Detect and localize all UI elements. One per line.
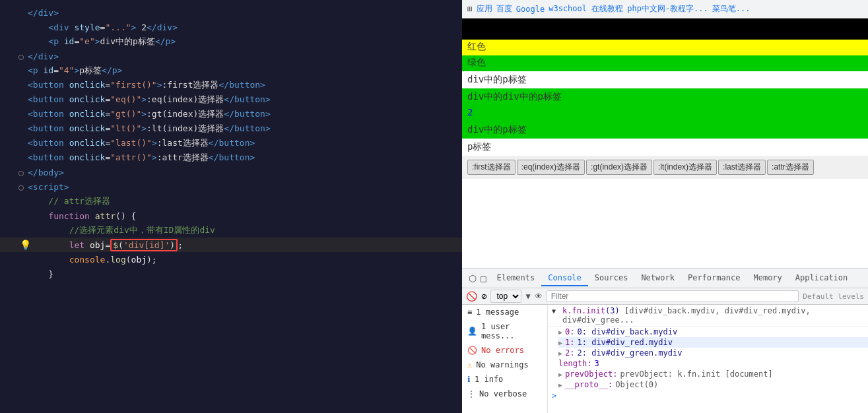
sidebar-no-errors[interactable]: 🚫 No errors	[462, 343, 547, 358]
no-errors-icon: 🚫	[467, 346, 477, 355]
sidebar-label-verbose: No verbose	[479, 389, 527, 398]
green-label: 绿色	[462, 55, 868, 71]
tab-sources[interactable]: Sources	[588, 270, 635, 286]
code-line-3: <p id="e">div中的p标签</p>	[0, 34, 462, 49]
toolbar-link-php[interactable]: php中文网-教程字...	[627, 3, 708, 15]
sidebar-label-info: 1 info	[475, 375, 503, 384]
eye-icon[interactable]: 👁	[535, 292, 543, 301]
list-icon: ≡	[467, 307, 472, 317]
code-line-14: // attr选择器	[0, 194, 462, 208]
code-line-15: function attr() {	[0, 208, 462, 223]
devtools-right-content: ▼ k.fn.init(3) [div#div_back.mydiv, div#…	[548, 305, 868, 413]
default-label: Default levels	[803, 292, 864, 301]
text3: div中的p标签	[462, 121, 868, 139]
console-toolbar: 🚫 ⊘ top ▼ 👁 Default levels	[462, 288, 868, 305]
web-content: 红色 绿色 div中的p标签 div中的div中的p标签 2 div中的p标签 …	[462, 18, 868, 268]
toolbar-link-w3school[interactable]: w3school 在线教程	[549, 3, 623, 15]
code-line-11: <button onclick="attr()">:attr选择器</butto…	[0, 150, 462, 165]
tree-item-2[interactable]: ▶ 2: 2: div#div_green.mydiv	[558, 348, 868, 358]
devtools-panel: ⬡ □ Elements Console Sources Network Per…	[462, 268, 868, 413]
code-line-7: <button onclick="eq()">:eq(index)选择器</bu…	[0, 92, 462, 107]
black-block	[462, 18, 868, 40]
console-main-entry: ▼ k.fn.init(3) [div#div_back.mydiv, div#…	[548, 305, 868, 327]
sidebar-label-1message: 1 message	[476, 307, 519, 317]
console-main-text: k.fn.init(3) [div#div_back.mydiv, div#di…	[562, 306, 864, 325]
last-btn[interactable]: :last选择器	[718, 160, 766, 175]
right-panel: ⊞ 应用 百度 Google w3school 在线教程 php中文网-教程字.…	[462, 0, 868, 413]
user-icon: 👤	[467, 327, 477, 336]
text1: div中的p标签	[462, 71, 868, 88]
toggle-1: ▶	[558, 339, 562, 346]
num2: 2	[462, 106, 868, 121]
console-prompt[interactable]: >	[548, 390, 868, 402]
code-line-6: <button onclick="first()">:first选择器</but…	[0, 78, 462, 92]
lt-btn[interactable]: :lt(index)选择器	[653, 160, 717, 175]
code-line-19: }	[0, 267, 462, 281]
info-icon: ℹ	[467, 375, 471, 384]
tree-length: length: 3	[558, 358, 868, 369]
code-line-8: <button onclick="gt()">:gt(index)选择器</bu…	[0, 107, 462, 121]
context-arrow-icon: ▼	[525, 292, 530, 301]
code-line-1: </div>	[0, 5, 462, 20]
sidebar-1-message[interactable]: ≡ 1 message	[462, 305, 547, 319]
first-btn[interactable]: :first选择器	[467, 160, 516, 175]
tab-memory[interactable]: Memory	[747, 270, 788, 286]
toolbar-link-baidu[interactable]: 百度	[496, 3, 512, 15]
tree-toggle-main[interactable]: ▼	[552, 306, 560, 315]
code-line-12: ○ </body>	[0, 165, 462, 179]
code-line-9: <button onclick="lt()">:lt(index)选择器</bu…	[0, 121, 462, 136]
text4: p标签	[462, 139, 868, 156]
red-label: 红色	[462, 40, 868, 55]
filter-input[interactable]	[547, 290, 799, 302]
sidebar-label-user: 1 user mess...	[481, 322, 542, 340]
tree-item-1[interactable]: ▶ 1: 1: div#div_red.mydiv	[558, 337, 868, 348]
cursor-icon[interactable]: ⬡	[469, 273, 477, 284]
code-editor: </div> <div style="..."> 2</div> <p id="…	[0, 0, 462, 413]
text2: div中的div中的p标签	[462, 88, 868, 106]
toggle-prev: ▶	[558, 371, 562, 378]
devtools-body: ≡ 1 message 👤 1 user mess... 🚫 No errors…	[462, 305, 868, 413]
sidebar-no-warnings[interactable]: ⚠ No warnings	[462, 358, 547, 372]
gt-btn[interactable]: :gt(index)选择器	[586, 160, 652, 175]
sidebar-no-verbose[interactable]: ⋮ No verbose	[462, 387, 547, 401]
code-line-4: ○ </div>	[0, 49, 462, 63]
devtools-icons: ⬡ □	[465, 273, 490, 284]
toggle-2: ▶	[558, 350, 562, 357]
tab-performance[interactable]: Performance	[681, 270, 747, 286]
eq-btn[interactable]: :eq(index)选择器	[517, 160, 585, 175]
tree-proto[interactable]: ▶ __proto__: Object(0)	[558, 379, 868, 390]
web-buttons-row: :first选择器 :eq(index)选择器 :gt(index)选择器 :l…	[462, 156, 868, 179]
tree-item-0[interactable]: ▶ 0: 0: div#div_back.mydiv	[558, 327, 868, 337]
sidebar-label-errors: No errors	[481, 346, 524, 355]
warning-icon: ⚠	[467, 360, 472, 369]
tab-network[interactable]: Network	[634, 270, 681, 286]
toggle-proto: ▶	[558, 381, 562, 389]
toolbar-link-runoob[interactable]: 菜鸟笔...	[712, 3, 751, 15]
tree-prevobject[interactable]: ▶ prevObject: prevObject: k.fn.init [doc…	[558, 369, 868, 379]
code-line-10: <button onclick="last()">:last选择器</butto…	[0, 136, 462, 150]
sidebar-label-warnings: No warnings	[476, 360, 528, 369]
console-clear-icon[interactable]: 🚫	[466, 291, 477, 302]
code-line-18: console.log(obj);	[0, 252, 462, 267]
inspector-icon[interactable]: □	[481, 273, 486, 284]
toolbar-link-apps[interactable]: 应用	[477, 3, 492, 15]
console-filter-icon[interactable]: ⊘	[481, 291, 486, 302]
tab-elements[interactable]: Elements	[490, 270, 541, 286]
context-select[interactable]: top	[490, 290, 521, 303]
devtools-left-sidebar: ≡ 1 message 👤 1 user mess... 🚫 No errors…	[462, 305, 548, 413]
sidebar-1-info[interactable]: ℹ 1 info	[462, 372, 547, 387]
toggle-0: ▶	[558, 329, 562, 336]
devtools-tabs: ⬡ □ Elements Console Sources Network Per…	[462, 269, 868, 288]
attr-btn[interactable]: :attr选择器	[767, 160, 814, 175]
code-line-13: ○ <script>	[0, 179, 462, 194]
tab-application[interactable]: Application	[789, 270, 854, 286]
verbose-icon: ⋮	[467, 389, 475, 398]
tab-console[interactable]: Console	[541, 270, 588, 286]
code-line-5: <p id="4">p标签</p>	[0, 63, 462, 78]
console-tree: ▶ 0: 0: div#div_back.mydiv ▶ 1: 1: div#d…	[548, 327, 868, 390]
code-line-17: 💡 let obj=$('div[id]');	[0, 238, 462, 252]
apps-icon: ⊞	[467, 4, 473, 14]
browser-toolbar: ⊞ 应用 百度 Google w3school 在线教程 php中文网-教程字.…	[462, 0, 868, 18]
sidebar-user-messages[interactable]: 👤 1 user mess...	[462, 319, 547, 343]
toolbar-link-google[interactable]: Google	[516, 5, 545, 14]
